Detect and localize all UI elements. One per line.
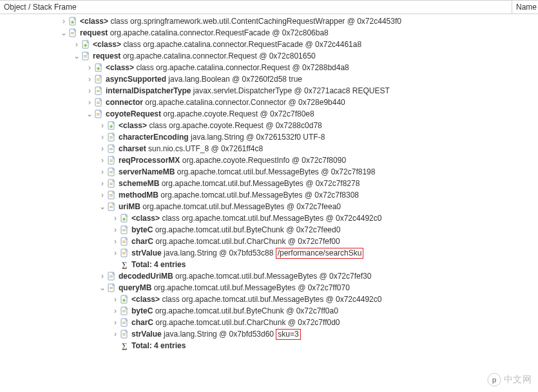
row-label: <class> class org.apache.coyote.Request … (119, 121, 322, 130)
tree-row[interactable]: ›C<class> class org.apache.tomcat.util.b… (0, 212, 538, 224)
svg-rect-73 (122, 310, 126, 311)
class-icon: C (107, 121, 116, 130)
row-label: reqProcessorMX org.apache.coyote.Request… (119, 156, 346, 165)
watermark-text: 中文网 (504, 374, 532, 386)
tree-row[interactable]: ›schemeMB org.apache.tomcat.util.buf.Mes… (0, 178, 538, 189)
expand-toggle-icon[interactable]: › (85, 75, 94, 84)
tree-row[interactable]: ›strValue java.lang.String @ 0x7bfd53c88… (0, 247, 538, 259)
expand-toggle-icon[interactable]: › (111, 225, 120, 234)
svg-rect-79 (122, 333, 126, 334)
svg-rect-59 (122, 242, 126, 243)
highlighted-value: sku=3 (276, 329, 300, 340)
tree-row[interactable]: ›C<class> class org.apache.tomcat.util.b… (0, 294, 538, 305)
svg-rect-65 (110, 277, 113, 277)
svg-rect-10 (84, 55, 87, 56)
expand-toggle-icon[interactable]: › (111, 306, 120, 315)
svg-rect-20 (97, 91, 100, 92)
tree-row[interactable]: ›methodMB org.apache.tomcat.util.buf.Mes… (0, 189, 538, 201)
expand-toggle-icon[interactable]: › (111, 330, 120, 339)
row-label: asyncSupported java.lang.Boolean @ 0x726… (106, 75, 302, 84)
highlighted-value: /performance/searchSku (276, 248, 364, 259)
expand-toggle-icon[interactable]: › (111, 237, 120, 246)
tree-row[interactable]: ∑Total: 4 entries (0, 259, 538, 270)
tree-row[interactable]: ›C<class> class org.apache.catalina.conn… (0, 62, 538, 73)
expand-toggle-icon[interactable]: › (111, 295, 120, 304)
expand-toggle-icon[interactable]: › (59, 17, 68, 26)
row-label: <class> class org.apache.tomcat.util.buf… (131, 214, 381, 223)
expand-toggle-icon[interactable]: › (98, 272, 107, 281)
svg-rect-19 (97, 90, 100, 91)
expand-toggle-icon[interactable]: › (85, 86, 94, 95)
tree-row[interactable]: ›C<class> class org.springframework.web.… (0, 15, 538, 27)
svg-rect-64 (110, 275, 113, 276)
expand-toggle-icon[interactable]: › (98, 179, 107, 188)
tree-row[interactable]: ⌄uriMB org.apache.tomcat.util.buf.Messag… (0, 201, 538, 212)
field-icon (94, 98, 103, 107)
expand-toggle-icon[interactable]: › (111, 318, 120, 327)
row-label: <class> class org.apache.tomcat.util.buf… (131, 295, 381, 304)
row-label: uriMB org.apache.tomcat.util.buf.Message… (119, 202, 341, 211)
svg-rect-34 (110, 148, 113, 149)
tree-row[interactable]: ⌄coyoteRequest org.apache.coyote.Request… (0, 108, 538, 120)
tree-row[interactable]: ›characterEncoding java.lang.String @ 0x… (0, 131, 538, 143)
svg-rect-23 (97, 103, 100, 104)
tree-row[interactable]: ›C<class> class org.apache.catalina.conn… (0, 39, 538, 50)
expand-toggle-icon[interactable]: › (85, 63, 94, 72)
tree-row[interactable]: ⌄request org.apache.catalina.connector.R… (0, 50, 538, 62)
class-icon: C (120, 295, 129, 304)
tree-row[interactable]: ›internalDispatcherType javax.servlet.Di… (0, 85, 538, 97)
svg-rect-5 (71, 33, 74, 34)
field-icon (107, 144, 116, 153)
tree-row[interactable]: ⌄request org.apache.catalina.connector.R… (0, 27, 538, 39)
tree-row[interactable]: ›asyncSupported java.lang.Boolean @ 0x72… (0, 73, 538, 85)
expand-toggle-icon[interactable]: › (98, 191, 107, 200)
svg-rect-35 (110, 149, 113, 150)
tree-row[interactable]: ›charC org.apache.tomcat.util.buf.CharCh… (0, 236, 538, 247)
tree-row[interactable]: ›connector org.apache.catalina.connector… (0, 97, 538, 108)
expand-toggle-icon[interactable]: › (98, 156, 107, 165)
expand-toggle-icon[interactable]: › (111, 214, 120, 223)
header-object-stack[interactable]: Object / Stack Frame (0, 1, 512, 14)
svg-rect-77 (122, 323, 126, 324)
svg-text:C: C (110, 125, 112, 128)
svg-rect-16 (97, 79, 100, 79)
expand-toggle-icon[interactable]: ⌄ (98, 202, 107, 211)
field-icon (107, 202, 116, 211)
tree-row[interactable]: ›byteC org.apache.tomcat.util.buf.ByteCh… (0, 224, 538, 236)
field-icon (120, 306, 129, 315)
expand-toggle-icon[interactable]: › (98, 167, 107, 176)
svg-rect-4 (71, 32, 74, 33)
header-name[interactable]: Name (512, 1, 538, 14)
expand-toggle-icon[interactable]: ⌄ (85, 109, 94, 118)
expand-toggle-icon[interactable]: ⌄ (72, 51, 81, 61)
expand-toggle-icon[interactable]: ⌄ (59, 28, 68, 37)
svg-text:C: C (123, 299, 125, 302)
tree-row[interactable]: ›charset sun.nio.cs.UTF_8 @ 0x7261ff4c8 (0, 143, 538, 154)
tree-row[interactable]: ∑Total: 4 entries (0, 340, 538, 351)
svg-rect-38 (110, 161, 113, 162)
field-icon (120, 225, 129, 234)
svg-rect-26 (97, 115, 100, 115)
expand-toggle-icon[interactable]: › (72, 40, 81, 49)
field-icon (94, 109, 103, 118)
tree-row[interactable]: ›C<class> class org.apache.coyote.Reques… (0, 120, 538, 131)
field-icon (68, 28, 77, 37)
expand-toggle-icon[interactable]: › (98, 144, 107, 153)
tree-row[interactable]: ›serverNameMB org.apache.tomcat.util.buf… (0, 166, 538, 178)
watermark: p 中文网 (487, 373, 532, 387)
tree-row[interactable]: ›reqProcessorMX org.apache.coyote.Reques… (0, 154, 538, 166)
svg-rect-47 (110, 196, 113, 196)
svg-rect-17 (97, 80, 100, 80)
expand-toggle-icon[interactable]: › (98, 121, 107, 130)
expand-toggle-icon[interactable]: › (98, 133, 107, 142)
expand-toggle-icon[interactable]: › (85, 98, 94, 107)
expand-toggle-icon[interactable]: ⌄ (98, 283, 107, 292)
tree-row[interactable]: ›charC org.apache.tomcat.util.buf.CharCh… (0, 317, 538, 328)
tree-row[interactable]: ›byteC org.apache.tomcat.util.buf.ByteCh… (0, 305, 538, 317)
expand-toggle-icon[interactable]: › (111, 248, 120, 257)
tree-row[interactable]: ⌄queryMB org.apache.tomcat.util.buf.Mess… (0, 282, 538, 294)
row-label: Total: 4 entries (131, 341, 186, 350)
tree-row[interactable]: ›strValue java.lang.String @ 0x7bfd53d60… (0, 328, 538, 340)
svg-rect-46 (110, 194, 113, 195)
tree-row[interactable]: ›decodedUriMB org.apache.tomcat.util.buf… (0, 270, 538, 282)
